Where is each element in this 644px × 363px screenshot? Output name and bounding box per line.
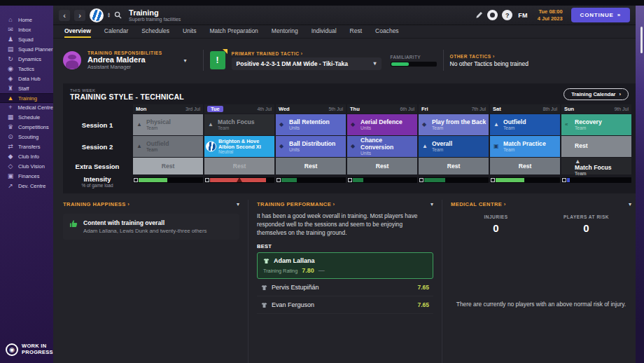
happiness-item[interactable]: Content with training overall Adam Lalla… — [63, 214, 239, 240]
session-cell-match-focus[interactable]: ▲Match FocusTeam — [204, 114, 274, 135]
intensity-bar[interactable] — [419, 177, 489, 183]
session-cell-rest[interactable]: Rest — [276, 158, 346, 174]
sidebar-item-competitions[interactable]: ♛Competitions — [0, 123, 53, 132]
sidebar-item-label: Staff — [18, 85, 29, 92]
session-cell-outfield[interactable]: ▲OutfieldTeam — [133, 136, 203, 157]
player-name-text: Pervis Estupiñán — [272, 284, 319, 291]
sidebar-item-dynamics[interactable]: ↻Dynamics — [0, 55, 53, 64]
help-icon[interactable]: ? — [502, 10, 512, 20]
staff-icon: ♜ — [7, 85, 14, 92]
session-title: Aerial Defence — [360, 119, 415, 125]
session-cell-rest[interactable]: Rest — [490, 158, 560, 174]
best-player-card[interactable]: Adam Lallana Training Rating 7.80 — — [257, 252, 433, 279]
performance-collapse-icon[interactable]: ▾ — [430, 201, 433, 207]
intensity-cell — [204, 175, 274, 184]
session-cell-outfield[interactable]: ▲OutfieldTeam — [490, 114, 560, 135]
session-cell-rest[interactable]: Rest — [204, 158, 274, 174]
continue-button[interactable]: CONTINUE » — [571, 8, 630, 22]
schedule-icon: ▦ — [7, 114, 14, 121]
responsibilities-dropdown-icon[interactable]: ▾ — [184, 57, 187, 64]
tab-individual[interactable]: Individual — [312, 25, 337, 38]
player-rating-row[interactable]: Evan Ferguson7.65 — [257, 296, 433, 314]
back-button[interactable]: ‹ — [59, 10, 70, 21]
tab-overview[interactable]: Overview — [64, 25, 91, 38]
primary-tactic-heading[interactable]: PRIMARY TRAINED TACTIC › — [232, 51, 382, 56]
assistant-avatar[interactable] — [63, 51, 81, 69]
intensity-checkbox-icon[interactable] — [348, 178, 352, 182]
training-performance-heading[interactable]: TRAINING PERFORMANCE › — [257, 201, 335, 207]
sidebar-item-home[interactable]: ⌂Home — [0, 15, 53, 25]
session-cell-physical[interactable]: ▲PhysicalTeam — [133, 114, 203, 135]
manager-profile-icon[interactable] — [487, 10, 498, 20]
session-cell-rest[interactable]: Rest — [133, 158, 203, 174]
training-calendar-button[interactable]: Training Calendar› — [564, 88, 629, 100]
intensity-checkbox-icon[interactable] — [562, 178, 566, 182]
session-cell-match-focus[interactable]: ▲Match FocusTeam — [561, 158, 631, 174]
assistant-name[interactable]: Andrea Maldera — [88, 55, 162, 64]
sidebar-item-dev-centre[interactable]: ↗Dev. Centre — [0, 181, 53, 191]
tab-calendar[interactable]: Calendar — [104, 25, 129, 38]
tab-coaches[interactable]: Coaches — [375, 25, 399, 38]
tab-rest[interactable]: Rest — [350, 25, 362, 38]
session-cell-rest[interactable]: Rest — [347, 158, 417, 174]
sidebar-item-club-vision[interactable]: ◇Club Vision — [0, 161, 53, 171]
sidebar-item-scouting[interactable]: ⊙Scouting — [0, 132, 53, 142]
session-cell-aerial-defence[interactable]: ◆Aerial DefenceUnits — [347, 114, 417, 135]
injuries-value[interactable]: 0 — [451, 222, 541, 234]
sidebar-item-tactics[interactable]: ◉Tactics — [0, 64, 53, 74]
session-title: Ball Distribution — [289, 141, 344, 147]
intensity-bar[interactable] — [204, 177, 274, 183]
players-at-risk-value[interactable]: 0 — [541, 222, 631, 234]
forward-button[interactable]: › — [74, 10, 85, 21]
session-cell-recovery[interactable]: «RecoveryTeam — [561, 114, 631, 135]
intensity-bar[interactable] — [561, 177, 631, 183]
session-cell-ball-distribution[interactable]: ◆Ball DistributionUnits — [276, 136, 346, 157]
session-cell-rest[interactable]: Rest — [561, 136, 631, 157]
tactic-select[interactable]: Positive 4-2-3-1 DM AM Wide - Tiki-Taka … — [232, 57, 382, 70]
sidebar-item-squad[interactable]: ♟Squad — [0, 35, 53, 45]
intensity-bar[interactable] — [347, 177, 417, 183]
tab-match-preparation[interactable]: Match Preparation — [209, 25, 258, 38]
sidebar-item-club-info[interactable]: ◆Club Info — [0, 151, 53, 161]
scrollbar[interactable] — [640, 27, 643, 53]
club-badge-icon[interactable] — [90, 8, 104, 22]
intensity-checkbox-icon[interactable] — [134, 178, 138, 182]
medical-centre-heading[interactable]: MEDICAL CENTRE › — [451, 201, 506, 207]
medical-collapse-icon[interactable]: ▾ — [629, 201, 631, 207]
intensity-checkbox-icon[interactable] — [419, 178, 424, 182]
sidebar-item-data-hub[interactable]: ◈Data Hub — [0, 74, 53, 83]
sidebar-item-training[interactable]: ▲Training — [0, 93, 53, 103]
sidebar-item-medical-centre[interactable]: +Medical Centre — [0, 103, 53, 113]
sidebar-item-finances[interactable]: ▣Finances — [0, 171, 53, 181]
session-cell-chance-conversion[interactable]: ◆Chance ConversionUnits — [347, 136, 417, 157]
session-cell-match-practice[interactable]: ▣Match PracticeTeam — [490, 136, 560, 157]
session-cell-play-from-the-back[interactable]: ◆Play from the BackTeam — [419, 114, 489, 135]
intensity-checkbox-icon[interactable] — [276, 178, 281, 182]
team-switcher-icon[interactable]: ▴▾ — [108, 13, 110, 18]
sidebar-item-transfers[interactable]: ⇄Transfers — [0, 142, 53, 152]
session-cell-ball-retention[interactable]: ◆Ball RetentionUnits — [276, 114, 346, 135]
edit-pencil-icon[interactable] — [475, 11, 483, 19]
tab-units[interactable]: Units — [183, 25, 196, 38]
tab-mentoring[interactable]: Mentoring — [272, 25, 298, 38]
intensity-bar[interactable] — [133, 177, 203, 183]
player-rating-row[interactable]: Pervis Estupiñán7.65 — [257, 279, 433, 296]
search-icon[interactable] — [114, 11, 122, 19]
sidebar-item-staff[interactable]: ♜Staff — [0, 83, 53, 93]
sidebar-item-inbox[interactable]: ✉Inbox — [0, 25, 53, 35]
intensity-checkbox-icon[interactable] — [205, 178, 209, 182]
intensity-bar[interactable] — [276, 177, 346, 183]
tab-schedules[interactable]: Schedules — [141, 25, 169, 38]
other-tactics-heading[interactable]: OTHER TACTICS › — [450, 54, 528, 59]
sidebar-item-schedule[interactable]: ▦Schedule — [0, 113, 53, 123]
intensity-checkbox-icon[interactable] — [491, 178, 495, 182]
session-cell-overall[interactable]: ▲OverallTeam — [419, 136, 489, 157]
training-calendar-label: Training Calendar — [571, 91, 615, 97]
sidebar-item-squad-planner[interactable]: ▤Squad Planner — [0, 45, 53, 55]
happiness-collapse-icon[interactable]: ▾ — [237, 201, 239, 207]
club-info-icon: ◆ — [7, 153, 14, 160]
training-happiness-heading[interactable]: TRAINING HAPPINESS › — [63, 201, 130, 207]
session-cell-rest[interactable]: Rest — [419, 158, 489, 174]
session-cell-brighton-hove-albion-second-xi[interactable]: Brighton & Hove Albion Second XINeutral — [204, 136, 274, 157]
intensity-bar[interactable] — [490, 177, 560, 183]
